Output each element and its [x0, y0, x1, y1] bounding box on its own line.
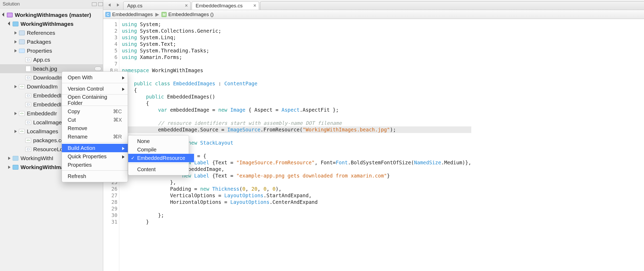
tree-item-label: Properties	[27, 48, 52, 54]
tab-embeddedimages-cs[interactable]: EmbeddedImages.cs ×	[192, 1, 259, 10]
menu-item[interactable]: Content	[128, 165, 194, 174]
disclosure-closed-icon[interactable]	[14, 112, 17, 115]
tree-item[interactable]: WorkingWithImages (master)	[0, 11, 103, 19]
menu-separator	[128, 164, 189, 164]
code-line: VerticalOptions = LayoutOptions.StartAnd…	[122, 192, 471, 199]
method-icon: M	[161, 12, 167, 17]
code-line: public EmbeddedImages()	[122, 93, 471, 100]
close-icon[interactable]: ×	[185, 3, 188, 8]
menu-shortcut: ⌘R	[113, 134, 122, 140]
menu-item-label: Cut	[68, 117, 76, 123]
breadcrumb-method[interactable]: EmbeddedImages ()	[168, 12, 214, 17]
context-menu[interactable]: Open WithVersion ControlOpen Containing …	[62, 71, 128, 182]
menu-item[interactable]: Quick Properties	[62, 152, 128, 161]
nav-back-icon[interactable]	[106, 2, 113, 8]
build-action-submenu[interactable]: NoneCompileEmbeddedResourceContent	[128, 135, 189, 175]
menu-item[interactable]: EmbeddedResource	[128, 154, 194, 162]
disclosure-closed-icon[interactable]	[14, 49, 17, 53]
tree-item[interactable]: References	[0, 28, 103, 37]
code-line: using System;	[122, 21, 471, 28]
line-number: 1	[107, 21, 117, 28]
folder-icon	[19, 49, 25, 53]
tree-item-label: ResourceLo	[33, 146, 63, 152]
menu-item[interactable]: Compile	[128, 145, 194, 154]
disclosure-closed-icon[interactable]	[14, 40, 17, 44]
arrow-placeholder	[20, 94, 24, 97]
code-line: using System.Linq;	[122, 34, 471, 41]
svg-marker-1	[117, 3, 119, 7]
gear-icon[interactable]	[95, 67, 101, 71]
tree-item[interactable]: WorkingWithImages	[0, 19, 103, 28]
file-icon	[26, 66, 31, 72]
xml-icon: <>	[19, 129, 25, 134]
breadcrumb-class[interactable]: EmbeddedImages	[112, 12, 153, 17]
menu-item-label: Build Action	[68, 145, 95, 151]
disclosure-closed-icon[interactable]	[14, 31, 17, 35]
tree-item-label: EmbeddedIr	[33, 101, 63, 108]
arrow-placeholder	[20, 147, 24, 151]
menu-item-label: Properties	[68, 162, 92, 168]
arrow-placeholder	[20, 67, 24, 71]
tree-item-label: References	[27, 30, 55, 36]
tree-item[interactable]: Properties	[0, 46, 103, 55]
menu-item-label: Remove	[68, 125, 87, 131]
menu-item[interactable]: Build Action	[62, 144, 128, 152]
menu-item[interactable]: Open Containing Folder	[62, 96, 128, 104]
code-line: },	[122, 179, 471, 186]
menu-item[interactable]: Version Control	[62, 85, 128, 93]
solution-panel-header: Solution	[0, 0, 103, 8]
tree-item-label: DownloadIm	[27, 83, 58, 90]
menu-item[interactable]: Open With	[62, 73, 128, 82]
xml-icon: <>	[19, 84, 25, 89]
code-line: {	[122, 87, 471, 93]
tree-item[interactable]: {}App.cs	[0, 55, 103, 64]
cs-icon: {}	[25, 102, 31, 107]
menu-item[interactable]: Cut⌘X	[62, 116, 128, 124]
proj-l-icon	[13, 156, 18, 161]
tree-item-label: WorkingWithImages	[21, 21, 73, 27]
tree-item-label: DownloadIm	[33, 75, 64, 81]
disclosure-closed-icon[interactable]	[14, 130, 17, 133]
menu-item-label: Copy	[68, 109, 80, 115]
code-line: using System.Collections.Generic;	[122, 28, 471, 34]
menu-item-label: Open With	[68, 75, 92, 81]
disclosure-open-icon[interactable]	[7, 22, 11, 26]
menu-item[interactable]: Rename⌘R	[62, 132, 128, 141]
menu-item-label: Content	[137, 166, 156, 173]
nav-forward-icon[interactable]	[115, 2, 121, 8]
line-number: 28	[107, 199, 117, 205]
class-icon: C	[105, 12, 111, 17]
menu-item[interactable]: Properties	[62, 161, 128, 169]
panel-maximize-icon[interactable]	[92, 2, 97, 6]
tab-label: App.cs	[127, 3, 142, 9]
menu-item[interactable]: None	[128, 137, 194, 145]
code-line: using System.Threading.Tasks;	[122, 47, 471, 54]
proj-icon	[13, 165, 18, 170]
code-line: {	[122, 74, 471, 80]
menu-item[interactable]: Copy⌘C	[62, 107, 128, 116]
line-number: 7	[107, 61, 117, 67]
tab-app-cs[interactable]: App.cs ×	[123, 1, 191, 10]
solution-panel-title: Solution	[3, 1, 20, 7]
menu-item[interactable]: Refresh	[62, 172, 128, 180]
menu-item-label: Compile	[137, 147, 156, 153]
tree-item-label: packages.co	[33, 137, 64, 144]
line-number: 4	[107, 41, 117, 47]
disclosure-closed-icon[interactable]	[7, 165, 11, 169]
panel-close-icon[interactable]	[98, 2, 103, 6]
close-icon[interactable]: ×	[253, 3, 256, 8]
code-line	[122, 61, 471, 67]
chevron-right-icon: ▶	[155, 11, 159, 17]
tree-item[interactable]: Packages	[0, 37, 103, 46]
breadcrumb[interactable]: C EmbeddedImages ▶ M EmbeddedImages ()	[103, 10, 644, 19]
menu-item[interactable]: Remove	[62, 124, 128, 132]
menu-item-label: Quick Properties	[68, 154, 107, 160]
disclosure-closed-icon[interactable]	[14, 85, 17, 88]
xml-icon: <>	[19, 111, 25, 116]
cs-icon: {}	[25, 93, 31, 98]
line-number: 29	[107, 205, 117, 212]
disclosure-open-icon[interactable]	[2, 13, 5, 17]
menu-item-label: None	[137, 138, 150, 144]
tree-item-label: beach.jpg	[33, 66, 57, 72]
disclosure-closed-icon[interactable]	[7, 156, 11, 160]
